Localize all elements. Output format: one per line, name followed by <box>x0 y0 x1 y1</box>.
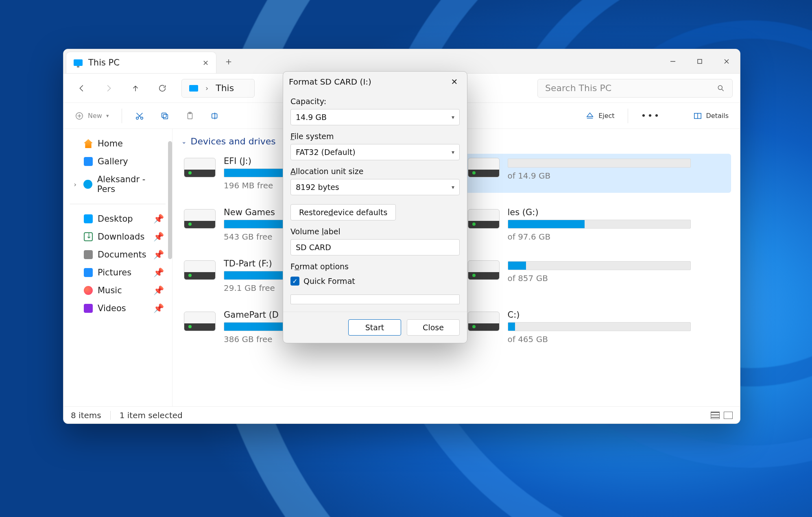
format-dialog: Format SD CARD (I:) ✕ Capacity: 14.9 GB … <box>283 71 467 343</box>
close-button[interactable]: Close <box>407 319 460 336</box>
drive-name: C:) <box>508 310 729 320</box>
sidebar-item-home[interactable]: Home <box>68 135 168 153</box>
drive-icon <box>468 260 500 280</box>
sidebar-label: Aleksandr - Pers <box>97 175 164 194</box>
sidebar-item-documents[interactable]: Documents📌 <box>68 246 168 264</box>
drive-item[interactable]: les (G:)of 97.6 GB <box>465 205 731 244</box>
details-button[interactable]: Details <box>687 108 735 124</box>
tab-close-button[interactable]: ✕ <box>203 59 209 67</box>
refresh-button[interactable] <box>151 79 173 97</box>
close-label: Close <box>423 323 444 332</box>
cut-button[interactable] <box>129 108 151 124</box>
chevron-down-icon: ▾ <box>452 114 454 120</box>
more-button[interactable]: ••• <box>635 107 667 124</box>
volume-label-input[interactable]: SD CARD <box>290 239 460 255</box>
sidebar-item-music[interactable]: Music📌 <box>68 281 168 299</box>
eject-button[interactable]: Eject <box>579 108 621 124</box>
format-options-label: Format options <box>290 262 460 271</box>
new-button[interactable]: New ▾ <box>68 108 115 124</box>
tiles-view-button[interactable] <box>724 412 733 419</box>
drive-info: les (G:)of 97.6 GB <box>508 207 729 242</box>
up-button[interactable] <box>124 79 146 97</box>
this-pc-icon <box>189 85 198 92</box>
dialog-titlebar: Format SD CARD (I:) ✕ <box>283 72 467 92</box>
search-input[interactable] <box>545 83 717 93</box>
chevron-right-icon[interactable]: › <box>72 181 79 188</box>
scrollbar-thumb[interactable] <box>168 141 172 259</box>
dialog-close-button[interactable]: ✕ <box>447 76 461 88</box>
sidebar-item-downloads[interactable]: Downloads📌 <box>68 228 168 246</box>
allocation-unit-size-value: 8192 bytes <box>296 183 339 192</box>
capacity-select[interactable]: 14.9 GB ▾ <box>290 109 460 125</box>
sidebar-item-pictures[interactable]: Pictures📌 <box>68 264 168 281</box>
back-button[interactable] <box>71 79 93 97</box>
eject-label: Eject <box>598 112 614 120</box>
drive-capacity-bar <box>508 159 691 168</box>
rename-button[interactable] <box>204 108 226 124</box>
forward-button[interactable] <box>98 79 120 97</box>
tab-title: This PC <box>88 58 120 68</box>
drive-capacity-bar <box>508 261 691 270</box>
rename-icon <box>211 111 220 120</box>
divider <box>110 411 111 420</box>
eject-icon <box>585 111 594 120</box>
filesystem-value: FAT32 (Default) <box>296 148 356 157</box>
maximize-button[interactable] <box>686 49 713 73</box>
drive-item[interactable]: of 857 GB <box>465 256 731 295</box>
sidebar-item-videos[interactable]: Videos📌 <box>68 299 168 317</box>
chevron-right-icon: › <box>205 84 208 92</box>
search-icon <box>717 84 725 92</box>
sidebar-item-onedrive[interactable]: ›Aleksandr - Pers <box>68 170 168 198</box>
drive-capacity-bar <box>508 322 691 331</box>
drive-free-text: of 857 GB <box>508 273 729 283</box>
copy-button[interactable] <box>154 108 176 124</box>
view-mode-switch <box>711 412 733 419</box>
search-box[interactable] <box>537 79 733 98</box>
drive-icon <box>468 209 500 229</box>
capacity-label: Capacity: <box>290 97 460 106</box>
sidebar-label: Desktop <box>98 214 133 224</box>
svg-rect-13 <box>164 114 168 119</box>
allocation-unit-size-select[interactable]: 8192 bytes ▾ <box>290 179 460 195</box>
this-pc-icon <box>74 59 83 66</box>
address-bar[interactable]: › This <box>181 79 255 98</box>
divider <box>122 109 122 123</box>
sidebar-item-gallery[interactable]: Gallery <box>68 153 168 170</box>
drive-info: of 14.9 GB <box>508 156 729 181</box>
sidebar-label: Music <box>98 286 122 295</box>
pin-icon: 📌 <box>153 268 164 277</box>
drive-capacity-bar <box>508 220 691 229</box>
drive-icon <box>184 312 216 331</box>
dialog-actions: Start Close <box>283 312 467 343</box>
restore-defaults-button[interactable]: Restore device defaults <box>290 204 396 220</box>
drive-item[interactable]: of 14.9 GB <box>465 154 731 193</box>
pin-icon: 📌 <box>153 303 164 313</box>
checkbox-checked-icon: ✓ <box>290 277 299 286</box>
documents-icon <box>84 250 93 259</box>
drive-name: les (G:) <box>508 207 729 217</box>
copy-icon <box>160 111 169 120</box>
svg-point-4 <box>718 85 722 89</box>
status-selection: 1 item selected <box>120 410 183 420</box>
tab-this-pc[interactable]: This PC ✕ <box>66 52 216 73</box>
sidebar-item-desktop[interactable]: Desktop📌 <box>68 210 168 228</box>
svg-rect-17 <box>212 113 217 118</box>
capacity-value: 14.9 GB <box>296 113 327 122</box>
ellipsis-icon: ••• <box>641 111 661 121</box>
quick-format-checkbox[interactable]: ✓ Quick Format <box>290 277 460 286</box>
minimize-button[interactable] <box>659 49 686 73</box>
new-tab-button[interactable]: ＋ <box>216 49 241 73</box>
sidebar-label: Downloads <box>98 232 144 242</box>
sidebar-label: Documents <box>98 250 146 260</box>
close-window-button[interactable] <box>713 49 740 73</box>
window-controls <box>659 49 740 73</box>
drive-item[interactable]: C:)of 465 GB <box>465 308 731 347</box>
drive-icon <box>184 209 216 229</box>
drive-free-text: of 465 GB <box>508 334 729 344</box>
paste-button[interactable] <box>179 108 201 124</box>
sidebar-label: Gallery <box>98 157 128 166</box>
filesystem-select[interactable]: FAT32 (Default) ▾ <box>290 144 460 160</box>
divider <box>628 109 628 123</box>
details-view-button[interactable] <box>711 412 720 419</box>
start-button[interactable]: Start <box>348 319 401 336</box>
